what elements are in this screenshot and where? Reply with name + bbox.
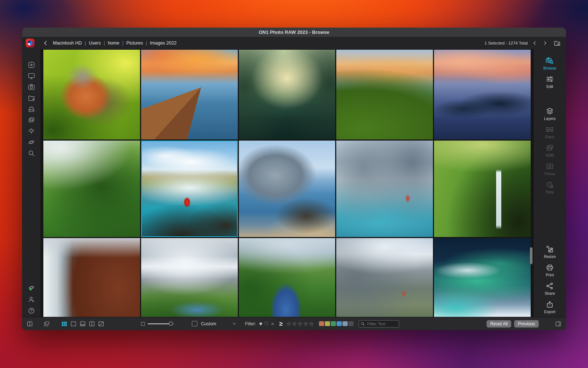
search-icon bbox=[361, 322, 365, 326]
app-window: ON1 Photo RAW 2023 - Browse Macintosh HD… bbox=[22, 28, 566, 330]
clear-like-icon[interactable]: × bbox=[271, 321, 274, 327]
breadcrumb-separator: | bbox=[146, 40, 147, 46]
color-swatch-green[interactable] bbox=[331, 321, 336, 326]
breadcrumb-item[interactable]: Pictures bbox=[126, 40, 143, 46]
module-label: Edit bbox=[546, 84, 553, 89]
right-sidebar: Browse Edit Layers Pano HDR Focus bbox=[534, 49, 566, 317]
heart-outline-icon[interactable]: ♡ bbox=[264, 321, 269, 327]
module-label: Focus bbox=[545, 171, 555, 176]
filter-label: Filter: bbox=[245, 321, 256, 326]
module-export[interactable]: Export bbox=[544, 300, 555, 314]
color-swatch-blue[interactable] bbox=[337, 321, 342, 326]
star-icon[interactable]: ☆ bbox=[309, 321, 314, 326]
photo-thumbnail[interactable] bbox=[434, 50, 531, 139]
star-icon[interactable]: ☆ bbox=[292, 321, 297, 326]
photo-thumbnail[interactable] bbox=[434, 238, 531, 317]
reset-all-button[interactable]: Reset All bbox=[487, 320, 511, 328]
photo-thumbnail[interactable] bbox=[336, 238, 433, 317]
view-mode-group bbox=[61, 321, 104, 327]
photo-thumbnail[interactable] bbox=[141, 50, 238, 139]
star-rating-filter: ☆ ☆ ☆ ☆ ☆ bbox=[286, 321, 314, 326]
chevron-down-icon bbox=[232, 322, 236, 326]
color-swatch-yellow[interactable] bbox=[325, 321, 330, 326]
detail-view-icon[interactable] bbox=[70, 321, 77, 327]
grid-scrollbar[interactable] bbox=[530, 247, 533, 264]
search-icon[interactable] bbox=[28, 149, 35, 157]
module-hdr[interactable]: HDR bbox=[546, 144, 554, 158]
right-panel-toggle-icon[interactable] bbox=[555, 321, 562, 327]
window-titlebar[interactable]: ON1 Photo RAW 2023 - Browse bbox=[22, 28, 566, 37]
add-icon[interactable] bbox=[28, 61, 35, 69]
display-icon[interactable] bbox=[28, 72, 35, 80]
filmstrip-view-icon[interactable] bbox=[79, 321, 86, 327]
map-view-icon[interactable] bbox=[98, 321, 104, 327]
star-icon[interactable]: ☆ bbox=[298, 321, 302, 326]
color-swatch-red[interactable] bbox=[319, 321, 324, 326]
photo-thumbnail[interactable] bbox=[43, 141, 140, 237]
next-photo-button[interactable] bbox=[542, 40, 548, 46]
on1-logo bbox=[26, 39, 35, 47]
slider-thumb[interactable] bbox=[169, 322, 173, 326]
resize-icon: AI bbox=[546, 245, 554, 253]
photo-thumbnail[interactable] bbox=[239, 238, 336, 317]
color-swatch-steel[interactable] bbox=[343, 321, 348, 326]
header-bar: Macintosh HD | Users | home | Pictures |… bbox=[22, 37, 566, 49]
module-label: Browse bbox=[543, 66, 556, 70]
photo-thumbnail[interactable] bbox=[239, 50, 336, 139]
svg-text:AI: AI bbox=[546, 245, 549, 248]
sync-status-icon[interactable] bbox=[28, 284, 35, 292]
folder-favorites-icon[interactable] bbox=[28, 94, 35, 102]
smart-album-icon[interactable] bbox=[28, 127, 35, 135]
photo-thumbnail[interactable] bbox=[141, 238, 238, 317]
sphere-icon[interactable] bbox=[28, 138, 35, 146]
duplicates-icon[interactable] bbox=[28, 116, 35, 124]
photo-thumbnail[interactable] bbox=[239, 141, 336, 237]
color-swatch-gray[interactable] bbox=[348, 321, 354, 326]
previous-button[interactable]: Previous bbox=[514, 320, 539, 328]
back-button[interactable] bbox=[43, 40, 49, 46]
add-folder-icon[interactable] bbox=[553, 39, 561, 47]
window-title: ON1 Photo RAW 2023 - Browse bbox=[259, 29, 329, 35]
stacked-windows-icon[interactable] bbox=[43, 321, 50, 327]
module-print[interactable]: Print bbox=[546, 263, 554, 277]
left-panel-toggle-icon[interactable] bbox=[26, 321, 33, 327]
star-icon[interactable]: ☆ bbox=[286, 321, 291, 326]
account-icon[interactable] bbox=[28, 296, 35, 303]
sort-checkbox[interactable] bbox=[192, 321, 197, 326]
thumbnail-size-icon[interactable] bbox=[141, 322, 145, 326]
sort-dropdown[interactable]: Custom bbox=[201, 321, 236, 326]
module-layers[interactable]: Layers bbox=[544, 107, 556, 121]
camera-icon[interactable] bbox=[28, 83, 35, 91]
thumbnail-size-slider[interactable] bbox=[148, 321, 174, 326]
photo-thumbnail[interactable] bbox=[43, 238, 140, 317]
photo-thumbnail[interactable] bbox=[43, 50, 140, 139]
print-icon bbox=[546, 263, 554, 272]
heart-filled-icon[interactable]: ♥ bbox=[259, 321, 262, 327]
breadcrumb-separator: | bbox=[122, 40, 123, 46]
module-share[interactable]: Share bbox=[545, 282, 555, 296]
help-icon[interactable] bbox=[28, 307, 35, 315]
module-label: Export bbox=[544, 309, 555, 314]
breadcrumb-item[interactable]: Users bbox=[89, 40, 101, 46]
photo-thumbnail[interactable] bbox=[434, 141, 531, 237]
breadcrumb-item[interactable]: home bbox=[108, 40, 119, 46]
local-drives-icon[interactable] bbox=[28, 105, 35, 113]
module-browse[interactable]: Browse bbox=[543, 56, 556, 70]
breadcrumb-item-current[interactable]: Images 2022 bbox=[150, 40, 176, 46]
module-focus[interactable]: Focus bbox=[545, 162, 555, 176]
compare-view-icon[interactable] bbox=[89, 321, 95, 327]
star-icon[interactable]: ☆ bbox=[303, 321, 308, 326]
rating-operator[interactable]: ≥ bbox=[279, 321, 283, 327]
grid-view-icon[interactable] bbox=[61, 321, 68, 327]
module-time[interactable]: Time bbox=[546, 181, 554, 194]
previous-photo-button[interactable] bbox=[532, 40, 537, 46]
export-icon bbox=[546, 300, 554, 308]
breadcrumb-item[interactable]: Macintosh HD bbox=[53, 40, 82, 46]
time-icon bbox=[546, 181, 554, 189]
module-resize[interactable]: AI Resize bbox=[544, 245, 556, 259]
module-pano[interactable]: Pano bbox=[545, 125, 555, 139]
photo-thumbnail-selected[interactable] bbox=[141, 141, 238, 237]
module-edit[interactable]: Edit bbox=[546, 75, 554, 89]
photo-thumbnail[interactable] bbox=[336, 141, 433, 237]
photo-thumbnail[interactable] bbox=[336, 50, 433, 139]
